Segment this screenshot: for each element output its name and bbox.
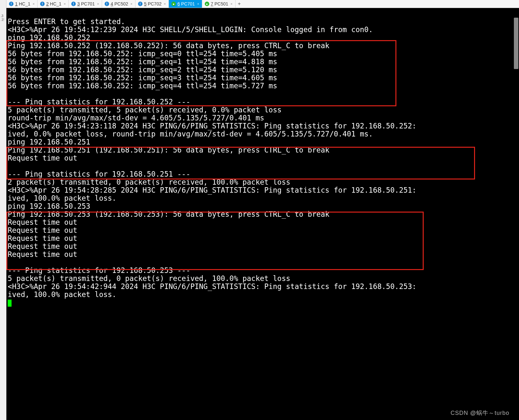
terminal-scrollbar[interactable] (513, 8, 519, 420)
alert-icon: ! (105, 2, 109, 6)
close-icon[interactable]: × (97, 2, 99, 6)
tab-bar: ! 1 HC_1 × ! 2 HC_1 × ! 3 PC701 × ! 4 PC… (6, 0, 519, 8)
close-icon[interactable]: × (32, 2, 34, 6)
new-tab-button[interactable]: + (236, 0, 243, 8)
alert-icon: ! (71, 2, 76, 6)
close-icon[interactable]: × (164, 2, 166, 6)
tab-pc701a[interactable]: ! 3 PC701 × (69, 0, 102, 8)
close-icon[interactable]: × (130, 2, 132, 6)
close-icon[interactable]: × (197, 2, 199, 6)
tab-hc1[interactable]: ! 1 HC_1 × (6, 0, 38, 8)
alert-icon: ! (138, 2, 143, 6)
connected-icon: ● (171, 2, 176, 6)
alert-icon: ! (9, 2, 13, 6)
gutter-marks: .3.1! (1, 14, 4, 22)
alert-icon: ! (40, 2, 45, 6)
watermark: CSDN @蜗牛～turbo (451, 409, 509, 417)
left-gutter: .3.1! (0, 0, 6, 420)
terminal-cursor (8, 300, 12, 307)
tab-pc701-active[interactable]: ● 6 PC701 × (169, 0, 202, 8)
terminal-area: Press ENTER to get started. <H3C>%Apr 26… (6, 8, 519, 420)
tab-pc501[interactable]: ● 7 PC501 × (202, 0, 236, 8)
terminal-output[interactable]: Press ENTER to get started. <H3C>%Apr 26… (6, 8, 513, 420)
tab-pc502[interactable]: ! 4 PC502 × (102, 0, 135, 8)
scroll-thumb[interactable] (514, 18, 518, 69)
tab-pc702[interactable]: ! 5 PC702 × (135, 0, 169, 8)
connected-icon: ● (205, 2, 209, 6)
close-icon[interactable]: × (230, 2, 232, 6)
tab-hc1b[interactable]: ! 2 HC_1 × (38, 0, 69, 8)
close-icon[interactable]: × (64, 2, 65, 6)
